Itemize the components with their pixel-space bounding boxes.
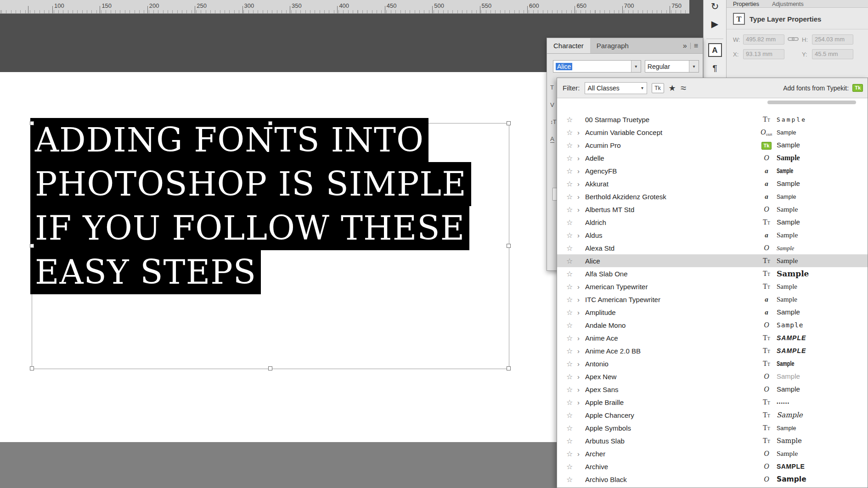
font-list-row[interactable]: ☆›ArcherOSample xyxy=(557,447,868,460)
expand-family-icon[interactable]: › xyxy=(577,373,585,381)
expand-family-icon[interactable]: › xyxy=(577,283,585,291)
font-style-dropdown-arrow[interactable]: ▾ xyxy=(689,61,699,72)
favorite-star-icon[interactable]: ☆ xyxy=(566,462,577,471)
canvas-text-line[interactable]: PHOTOSHOP IS SIMPLE xyxy=(30,162,471,206)
font-style-combobox[interactable]: Regular ▾ xyxy=(645,60,699,73)
filter-class-select[interactable]: All Classes ▾ xyxy=(585,82,647,94)
horizontal-ruler[interactable]: 1001502002503003504004505005506006507007… xyxy=(0,0,689,14)
font-list-row[interactable]: ☆›AldusaSample xyxy=(557,229,868,241)
favorite-star-icon[interactable]: ☆ xyxy=(566,372,577,381)
font-family-combobox[interactable]: Alice ▾ xyxy=(553,60,641,73)
paragraph-panel-icon[interactable]: ¶ xyxy=(704,63,726,73)
favorite-star-icon[interactable]: ☆ xyxy=(566,321,577,330)
expand-family-icon[interactable]: › xyxy=(577,309,585,316)
font-list-row[interactable]: ☆›Arbutus SlabTTSample xyxy=(557,434,868,447)
tab-paragraph[interactable]: Paragraph xyxy=(590,38,635,53)
link-dimensions-icon[interactable] xyxy=(787,35,800,44)
typekit-badge-button[interactable]: Tk xyxy=(852,84,863,92)
expand-family-icon[interactable]: › xyxy=(577,347,585,355)
favorite-star-icon[interactable]: ☆ xyxy=(566,141,577,150)
favorite-star-icon[interactable]: ☆ xyxy=(566,359,577,368)
font-list-row[interactable]: ☆›ITC American TypewriteraSample xyxy=(557,293,868,306)
expand-family-icon[interactable]: › xyxy=(577,296,585,303)
favorite-star-icon[interactable]: ☆ xyxy=(566,115,577,124)
font-list[interactable]: ☆›00 Starmap TruetypeTTSample☆›Acumin Va… xyxy=(557,98,868,488)
favorite-star-icon[interactable]: ☆ xyxy=(566,269,577,278)
font-list-row[interactable]: ☆›AntonioTTSample xyxy=(557,357,868,370)
favorite-star-icon[interactable]: ☆ xyxy=(566,231,577,240)
font-list-row[interactable]: ☆›00 Starmap TruetypeTTSample xyxy=(557,113,868,126)
favorite-star-icon[interactable]: ☆ xyxy=(566,128,577,137)
favorite-star-icon[interactable]: ☆ xyxy=(566,218,577,227)
favorite-star-icon[interactable]: ☆ xyxy=(566,295,577,304)
similar-fonts-icon[interactable]: ≈ xyxy=(681,82,686,94)
typekit-filter-toggle[interactable]: Tk xyxy=(652,83,664,93)
expand-family-icon[interactable]: › xyxy=(577,141,585,149)
favorite-star-icon[interactable]: ☆ xyxy=(566,398,577,407)
font-list-row[interactable]: ☆›AmplitudeaSample xyxy=(557,306,868,319)
favorite-star-icon[interactable]: ☆ xyxy=(566,424,577,432)
font-list-row[interactable]: ☆›Apex SansOSample xyxy=(557,383,868,396)
panel-menu-icon[interactable]: ≡ xyxy=(694,42,698,50)
favorite-star-icon[interactable]: ☆ xyxy=(566,167,577,175)
font-list-row[interactable]: ☆›Alexa StdOSample xyxy=(557,241,868,254)
expand-family-icon[interactable]: › xyxy=(577,450,585,458)
favorite-star-icon[interactable]: ☆ xyxy=(566,347,577,355)
glyphs-panel-icon[interactable]: A xyxy=(704,43,726,57)
favorite-star-icon[interactable]: ☆ xyxy=(566,282,577,291)
font-list-row[interactable]: ☆›Albertus MT StdOSample xyxy=(557,203,868,216)
height-field[interactable]: 254.03 mm xyxy=(812,34,853,45)
favorite-star-icon[interactable]: ☆ xyxy=(566,411,577,420)
collapse-panel-icon[interactable]: » xyxy=(683,42,687,50)
text-layer[interactable]: ADDING FONTS INTOPHOTOSHOP IS SIMPLEIF Y… xyxy=(30,118,471,294)
canvas-text-line[interactable]: IF YOU FOLLOW THESE xyxy=(30,206,469,250)
font-list-row[interactable]: ☆›Acumin ProTkSample xyxy=(557,139,868,151)
font-list-row[interactable]: ☆›Berthold Akzidenz GroteskaSample xyxy=(557,190,868,203)
expand-family-icon[interactable]: › xyxy=(577,129,585,136)
expand-family-icon[interactable]: › xyxy=(577,180,585,188)
font-list-row[interactable]: ☆›ArchiveOSAMPLE xyxy=(557,460,868,473)
font-list-row[interactable]: ☆›Alfa Slab OneTTSample xyxy=(557,267,868,280)
canvas-text-line[interactable]: ADDING FONTS INTO xyxy=(30,118,428,162)
font-list-row[interactable]: ☆›AdelleOSample xyxy=(557,151,868,164)
favorite-star-icon[interactable]: ☆ xyxy=(566,154,577,163)
favorite-star-icon[interactable]: ☆ xyxy=(566,205,577,214)
y-field[interactable]: 45.5 mm xyxy=(812,49,853,59)
favorite-star-icon[interactable]: ☆ xyxy=(566,192,577,201)
font-list-row[interactable]: ☆›Anime AceTTSAMPLE xyxy=(557,331,868,344)
expand-family-icon[interactable]: › xyxy=(577,167,585,175)
font-list-row[interactable]: ☆›Andale MonoOSample xyxy=(557,319,868,331)
expand-family-icon[interactable]: › xyxy=(577,334,585,342)
play-actions-icon[interactable]: ▶ xyxy=(704,18,726,29)
font-list-row[interactable]: ☆›AliceTTSample xyxy=(557,254,868,267)
expand-family-icon[interactable]: › xyxy=(577,386,585,393)
font-list-row[interactable]: ☆›AgencyFBaSample xyxy=(557,164,868,177)
expand-family-icon[interactable]: › xyxy=(577,193,585,201)
favorite-star-icon[interactable]: ☆ xyxy=(566,475,577,484)
font-list-row[interactable]: ☆›Anime Ace 2.0 BBTTSAMPLE xyxy=(557,344,868,357)
favorite-star-icon[interactable]: ☆ xyxy=(566,334,577,342)
favorites-filter-icon[interactable]: ★ xyxy=(669,83,676,93)
expand-family-icon[interactable]: › xyxy=(577,206,585,213)
expand-family-icon[interactable]: › xyxy=(577,398,585,406)
font-list-row[interactable]: ☆›Acumin Variable ConceptOVARSample xyxy=(557,126,868,139)
favorite-star-icon[interactable]: ☆ xyxy=(566,449,577,458)
scrollbar-thumb[interactable] xyxy=(767,101,856,104)
tab-character[interactable]: Character xyxy=(547,38,590,53)
font-list-row[interactable]: ☆›Archivo BlackOSample xyxy=(557,473,868,486)
favorite-star-icon[interactable]: ☆ xyxy=(566,308,577,317)
font-list-row[interactable]: ☆›Apple ChanceryTTSample xyxy=(557,409,868,421)
canvas-text-line[interactable]: EASY STEPS xyxy=(30,250,261,294)
expand-family-icon[interactable]: › xyxy=(577,231,585,239)
expand-family-icon[interactable]: › xyxy=(577,360,585,368)
font-list-row[interactable]: ☆›Apple SymbolsTTSample xyxy=(557,421,868,434)
favorite-star-icon[interactable]: ☆ xyxy=(566,437,577,445)
width-field[interactable]: 495.82 mm xyxy=(743,34,784,45)
font-list-row[interactable]: ☆›AldrichTTSample xyxy=(557,216,868,229)
font-list-row[interactable]: ☆›AkkurataSample xyxy=(557,177,868,190)
font-list-row[interactable]: ☆›Apple BrailleTT▪▪▪▪▪▪ xyxy=(557,396,868,409)
favorite-star-icon[interactable]: ☆ xyxy=(566,244,577,252)
x-field[interactable]: 93.13 mm xyxy=(743,49,784,59)
favorite-star-icon[interactable]: ☆ xyxy=(566,385,577,394)
font-list-row[interactable]: ☆›American TypewriterTTSample xyxy=(557,280,868,293)
